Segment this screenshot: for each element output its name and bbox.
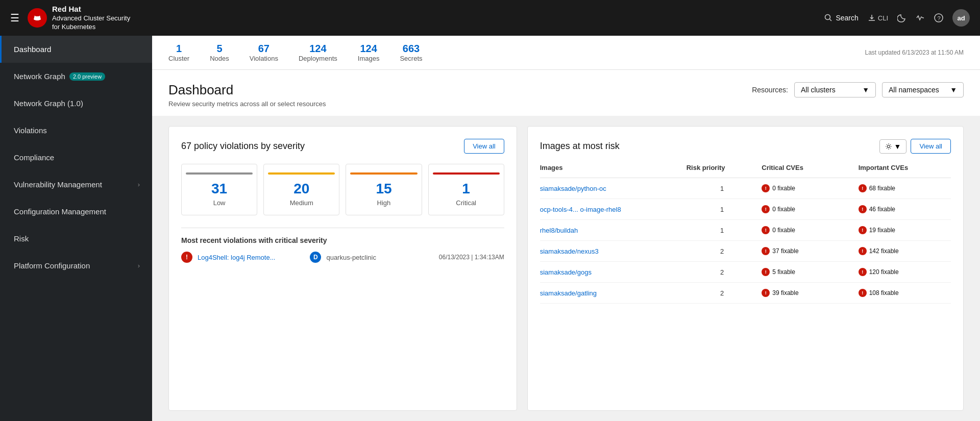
stat-cluster-number: 1 bbox=[176, 43, 182, 55]
severity-card-critical[interactable]: 1 Critical bbox=[428, 164, 504, 215]
important-cve-value: 46 fixable bbox=[869, 206, 895, 213]
critical-cve-value: 0 fixable bbox=[772, 206, 795, 213]
violation-link[interactable]: Log4Shell: log4j Remote... bbox=[198, 254, 305, 261]
cve-icon: ! bbox=[762, 205, 770, 213]
preview-badge: 2.0 preview bbox=[69, 72, 105, 81]
cve-icon: ! bbox=[762, 184, 770, 192]
image-link[interactable]: rhel8/buildah bbox=[540, 227, 682, 234]
main-content: 1 Cluster 5 Nodes 67 Violations 124 Depl… bbox=[152, 36, 980, 421]
severity-card-high[interactable]: 15 High bbox=[346, 164, 422, 215]
cve-icon: ! bbox=[762, 247, 770, 255]
image-link[interactable]: siamaksade/nexus3 bbox=[540, 247, 682, 255]
important-cve-badge: ! 108 fixable bbox=[859, 289, 951, 297]
chevron-down-icon: ▼ bbox=[894, 142, 901, 151]
severity-label-critical: Critical bbox=[456, 199, 476, 207]
sidebar-item-configuration[interactable]: Configuration Management bbox=[0, 198, 152, 225]
brand-sub1-text: Advanced Cluster Security bbox=[52, 14, 130, 23]
image-link[interactable]: siamaksade/python-oc bbox=[540, 185, 682, 192]
sidebar-item-compliance[interactable]: Compliance bbox=[0, 144, 152, 171]
svg-point-6 bbox=[887, 145, 890, 147]
severity-number-critical: 1 bbox=[462, 181, 470, 197]
cve-icon: ! bbox=[762, 268, 770, 276]
severity-card-low[interactable]: 31 Low bbox=[181, 164, 257, 215]
stat-cluster[interactable]: 1 Cluster bbox=[168, 43, 189, 62]
risk-panel-title: Images at most risk bbox=[540, 141, 620, 152]
namespace-dropdown[interactable]: All namespaces ▼ bbox=[882, 82, 964, 97]
gear-icon bbox=[885, 143, 892, 150]
severity-label-high: High bbox=[377, 199, 391, 207]
violation-timestamp: 06/13/2023 | 1:34:13AM bbox=[439, 254, 504, 261]
sidebar-item-vulnerability[interactable]: Vulnerability Management › bbox=[0, 171, 152, 198]
critical-cve-value: 0 fixable bbox=[772, 185, 795, 192]
violations-view-all-button[interactable]: View all bbox=[464, 139, 504, 154]
violation-row: ! Log4Shell: log4j Remote... D quarkus-p… bbox=[181, 252, 504, 263]
critical-cve-badge: ! 37 fixable bbox=[762, 247, 854, 255]
stat-secrets-number: 663 bbox=[403, 43, 420, 55]
violations-panel: 67 policy violations by severity View al… bbox=[168, 126, 517, 411]
chevron-right-icon: › bbox=[138, 262, 140, 269]
risk-view-all-button[interactable]: View all bbox=[911, 139, 951, 154]
user-avatar[interactable]: ad bbox=[952, 9, 970, 27]
hamburger-menu-icon[interactable]: ☰ bbox=[10, 12, 19, 24]
sidebar-item-label: Violations bbox=[14, 126, 47, 135]
critical-cve-badge: ! 0 fixable bbox=[762, 205, 854, 213]
sidebar-item-platform-config[interactable]: Platform Configuration › bbox=[0, 252, 152, 279]
violation-source-icon: D bbox=[310, 252, 321, 263]
table-row: siamaksade/python-oc 1 ! 0 fixable ! 68 … bbox=[540, 178, 951, 199]
cluster-dropdown-value: All clusters bbox=[801, 86, 836, 94]
priority-number: 1 bbox=[687, 206, 758, 213]
sidebar-item-dashboard[interactable]: Dashboard bbox=[0, 36, 152, 63]
important-cve-value: 19 fixable bbox=[869, 227, 895, 234]
stat-nodes[interactable]: 5 Nodes bbox=[210, 43, 229, 62]
cve-icon: ! bbox=[859, 289, 867, 297]
critical-cve-badge: ! 0 fixable bbox=[762, 226, 854, 234]
sidebar-item-network-graph[interactable]: Network Graph 2.0 preview bbox=[0, 63, 152, 90]
stat-secrets[interactable]: 663 Secrets bbox=[400, 43, 422, 62]
chevron-right-icon: › bbox=[138, 181, 140, 188]
violations-panel-header: 67 policy violations by severity View al… bbox=[181, 139, 504, 154]
main-layout: Dashboard Network Graph 2.0 preview Netw… bbox=[0, 36, 980, 421]
moon-icon bbox=[897, 13, 906, 22]
severity-cards: 31 Low 20 Medium 15 High bbox=[181, 164, 504, 215]
activity-button[interactable] bbox=[916, 13, 925, 22]
sidebar-item-label: Vulnerability Management bbox=[14, 180, 102, 189]
sidebar-item-label: Compliance bbox=[14, 153, 54, 162]
stat-nodes-label: Nodes bbox=[210, 55, 229, 62]
image-link[interactable]: siamaksade/gatling bbox=[540, 289, 682, 297]
important-cve-badge: ! 19 fixable bbox=[859, 226, 951, 234]
cluster-dropdown[interactable]: All clusters ▼ bbox=[794, 82, 876, 97]
stat-violations[interactable]: 67 Violations bbox=[250, 43, 278, 62]
priority-number: 1 bbox=[687, 227, 758, 234]
cli-button[interactable]: CLI bbox=[868, 14, 888, 22]
stat-deployments-number: 124 bbox=[309, 43, 326, 55]
page-subtitle: Review security metrics across all or se… bbox=[168, 100, 326, 108]
activity-icon bbox=[916, 13, 925, 22]
cve-icon: ! bbox=[859, 205, 867, 213]
sidebar-item-label: Configuration Management bbox=[14, 207, 106, 216]
brand-logo: Red Hat Advanced Cluster Security for Ku… bbox=[28, 4, 130, 31]
search-button[interactable]: Search bbox=[824, 14, 858, 22]
severity-bar-high bbox=[350, 172, 417, 175]
cve-icon: ! bbox=[762, 289, 770, 297]
stat-images[interactable]: 124 Images bbox=[358, 43, 380, 62]
important-cve-badge: ! 46 fixable bbox=[859, 205, 951, 213]
dark-mode-button[interactable] bbox=[897, 13, 906, 22]
image-link[interactable]: siamaksade/gogs bbox=[540, 268, 682, 276]
help-button[interactable]: ? bbox=[934, 13, 943, 22]
stat-violations-label: Violations bbox=[250, 55, 278, 62]
severity-card-medium[interactable]: 20 Medium bbox=[263, 164, 339, 215]
nav-actions: Search CLI ? ad bbox=[824, 9, 970, 27]
important-cve-value: 108 fixable bbox=[869, 289, 899, 296]
image-link[interactable]: ocp-tools-4... o-image-rhel8 bbox=[540, 206, 682, 213]
stat-deployments[interactable]: 124 Deployments bbox=[299, 43, 337, 62]
stat-secrets-label: Secrets bbox=[400, 55, 422, 62]
sidebar-item-risk[interactable]: Risk bbox=[0, 225, 152, 252]
redhat-logo-icon bbox=[28, 8, 47, 28]
cve-icon: ! bbox=[859, 226, 867, 234]
critical-cve-value: 5 fixable bbox=[772, 268, 795, 276]
gear-settings-button[interactable]: ▼ bbox=[879, 139, 907, 154]
sidebar-item-violations[interactable]: Violations bbox=[0, 117, 152, 144]
namespace-dropdown-value: All namespaces bbox=[889, 86, 939, 94]
sidebar-item-network-graph-1[interactable]: Network Graph (1.0) bbox=[0, 90, 152, 117]
chevron-down-icon: ▼ bbox=[950, 86, 957, 94]
